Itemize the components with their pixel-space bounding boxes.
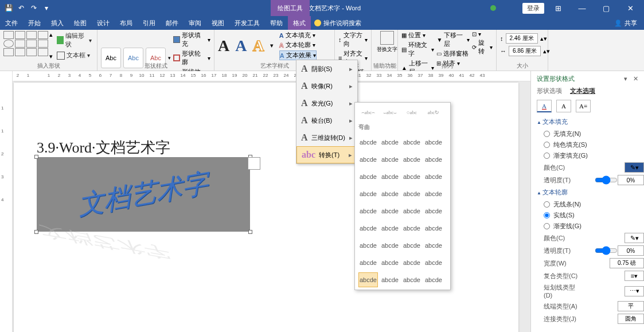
transform-thumb[interactable]: abcde [380, 135, 400, 150]
tab-text-options[interactable]: 文本选项 [570, 87, 595, 95]
transform-thumb[interactable]: abcde [402, 255, 421, 270]
dash-type-picker[interactable]: ⋯▾ [625, 286, 644, 296]
pane-close-icon[interactable]: ✕ [633, 75, 638, 83]
login-button[interactable]: 登录 [522, 3, 544, 14]
menu-reflection[interactable]: A映像(R)▸ [296, 77, 357, 95]
outline-color-picker[interactable]: ✎▾ [625, 233, 644, 243]
transform-thumb[interactable]: abcde [380, 186, 400, 201]
height-input[interactable]: ↕▴▾ [500, 33, 544, 44]
shape-icon[interactable] [38, 40, 48, 48]
gallery-more-icon[interactable]: ▾ [168, 55, 171, 61]
transform-thumb[interactable]: abcde [424, 135, 443, 150]
alt-text-button[interactable]: 替换文字 [375, 31, 399, 53]
transform-thumb[interactable]: abcde [358, 221, 378, 236]
join-type-picker[interactable] [618, 314, 644, 324]
opt-no-line[interactable]: 无线条(N) [537, 199, 644, 210]
transform-thumb[interactable]: ⌣abc⌣ [380, 105, 400, 120]
tab-shape-options[interactable]: 形状选项 [537, 87, 562, 95]
transform-thumb[interactable]: abcde [402, 135, 421, 150]
compound-type-picker[interactable]: ≡▾ [625, 271, 644, 281]
text-outline-button[interactable]: A文本轮廓 ▾ [279, 41, 317, 49]
maximize-icon[interactable]: ▢ [596, 0, 616, 16]
transform-thumb[interactable]: abcde [424, 238, 443, 253]
transparency-slider[interactable] [595, 175, 618, 185]
transform-thumb[interactable]: abcde [424, 186, 443, 201]
opt-gradient-fill[interactable]: 渐变填充(G) [537, 150, 644, 161]
tab-draw[interactable]: 绘图 [69, 16, 92, 30]
tab-help[interactable]: 帮助 [265, 16, 288, 30]
tab-mailings[interactable]: 邮件 [161, 16, 184, 30]
transform-thumb[interactable]: abcde [358, 272, 378, 287]
transform-thumb[interactable]: abcde [402, 152, 421, 167]
text-fill-button[interactable]: A文本填充 ▾ [279, 31, 317, 40]
tell-me[interactable]: 操作说明搜索 [314, 16, 361, 30]
transform-thumb[interactable]: abc↻ [424, 105, 443, 120]
section-text-fill[interactable]: 文本填充 [537, 116, 644, 128]
transform-thumb[interactable]: abcde [358, 255, 378, 270]
transform-thumb[interactable]: abcde [358, 204, 378, 218]
shape-icon[interactable] [15, 40, 25, 48]
transform-thumb[interactable]: abcde [424, 255, 443, 270]
transform-thumb[interactable]: ○abc [402, 105, 421, 120]
textbox-button[interactable]: 文本框 ▾ [55, 50, 93, 60]
transparency-input[interactable] [618, 175, 644, 185]
redo-icon[interactable]: ↷ [30, 4, 38, 12]
transform-thumb[interactable]: abcde [380, 204, 400, 218]
document-heading[interactable]: 3.9·Word·文档艺术字 [37, 138, 170, 158]
shape-icon[interactable] [3, 31, 14, 39]
wordart-style-thumb[interactable]: A [218, 37, 229, 55]
shape-icon[interactable] [3, 40, 14, 48]
menu-glow[interactable]: A发光(G)▸ [296, 95, 357, 112]
undo-icon[interactable]: ↶ [17, 4, 25, 12]
transform-thumb[interactable]: abcde [358, 152, 378, 167]
gallery-up-icon[interactable]: ▴ [49, 31, 53, 38]
transform-thumb[interactable]: abcde [380, 255, 400, 270]
resize-handle[interactable] [34, 155, 38, 159]
transform-thumb[interactable]: abcde [358, 186, 378, 201]
opt-gradient-line[interactable]: 渐变线(G) [537, 221, 644, 232]
transform-thumb[interactable]: abcde [424, 221, 443, 236]
wordart-object[interactable]: 文档艺术字 [37, 157, 250, 232]
share-button[interactable]: 👤共享 [607, 16, 644, 30]
transform-thumb[interactable]: abcde [402, 272, 421, 287]
transform-thumb[interactable]: abcde [402, 186, 421, 201]
save-icon[interactable]: 💾 [5, 4, 13, 12]
menu-shadow[interactable]: A阴影(S)▸ [296, 60, 357, 77]
outline-transparency-slider[interactable] [595, 245, 618, 256]
transform-thumb[interactable]: abcde [402, 169, 421, 184]
wordart-style-thumb[interactable]: A [252, 37, 264, 55]
shape-icon[interactable] [26, 40, 37, 48]
shape-icon[interactable] [3, 48, 14, 56]
context-tab-drawing[interactable]: 绘图工具 [271, 0, 310, 16]
pane-scroll[interactable]: 文本填充 无填充(N) 纯色填充(S) 渐变填充(G) 颜色(C)✎▾ 透明度(… [531, 115, 644, 332]
outline-width-input[interactable] [610, 258, 644, 268]
gallery-down-icon[interactable]: ▾ [49, 53, 53, 60]
tab-file[interactable]: 文件 [0, 16, 23, 30]
transform-thumb[interactable]: abcde [424, 204, 443, 218]
transform-thumb[interactable]: abcde [358, 169, 378, 184]
menu-3d-rotation[interactable]: A三维旋转(D)▸ [296, 129, 357, 146]
tab-insert[interactable]: 插入 [46, 16, 69, 30]
shape-icon[interactable] [26, 31, 37, 39]
text-fill-outline-icon[interactable]: A [537, 100, 552, 112]
pane-options-icon[interactable]: ▾ [624, 75, 627, 83]
gallery-more-icon[interactable]: ▾ [270, 42, 274, 49]
width-input[interactable]: ↔▴▾ [500, 46, 544, 56]
transform-thumb[interactable]: abcde [380, 221, 400, 236]
transform-thumb[interactable]: ⌢abc⌢ [358, 105, 378, 120]
wordart-style-thumb[interactable]: A [235, 37, 247, 55]
transform-thumb[interactable]: abcde [380, 169, 400, 184]
section-text-outline[interactable]: 文本轮廓 [537, 186, 644, 199]
tab-developer[interactable]: 开发工具 [229, 16, 265, 30]
minimize-icon[interactable]: — [572, 0, 592, 16]
outline-transparency-input[interactable] [618, 245, 644, 256]
transform-thumb[interactable]: abcde [358, 238, 378, 253]
opt-solid-fill[interactable]: 纯色填充(S) [537, 139, 644, 150]
tab-design[interactable]: 设计 [92, 16, 115, 30]
transform-thumb[interactable]: abcde [424, 152, 443, 167]
text-effects-button[interactable]: A文本效果 ▾ [279, 50, 317, 60]
shape-icon[interactable] [38, 31, 48, 39]
width-field[interactable] [509, 46, 541, 56]
qat-customize-icon[interactable]: ▾ [42, 4, 50, 12]
textbox-tab-icon[interactable]: A≡ [576, 100, 591, 112]
